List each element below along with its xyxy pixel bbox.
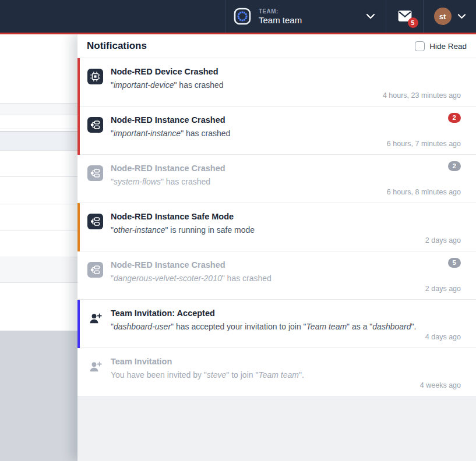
notification-content: Team Invitation: Accepted "dashboard-use… [111,307,416,347]
instance-icon [87,165,103,181]
instance-icon [87,262,103,278]
notification-accent-bar [77,107,80,155]
notification-timestamp: 4 weeks ago [420,381,461,389]
notifications-drawer-header: Notifications Hide Read [77,34,476,58]
page-title: Notifications [87,40,147,52]
notification-accent-bar [77,155,80,203]
instance-icon [87,214,103,229]
notification-list: Node-RED Device Crashed "important-devic… [77,58,476,396]
notification-content: Node-RED Instance Safe Mode "other-insta… [111,211,255,251]
unread-count-badge: 5 [408,17,418,28]
notification-message: "important-device" has crashed [111,80,224,91]
notifications-button[interactable]: 5 [386,0,423,33]
team-text: TEAM: Team team [259,8,302,25]
notification-accent-bar [77,203,80,251]
hide-read-label: Hide Read [429,42,467,51]
header-spacer [0,0,225,33]
chevron-down-icon [457,13,466,19]
instance-icon [87,117,103,133]
notification-timestamp: 2 days ago [425,285,461,293]
team-switcher[interactable]: TEAM: Team team [225,0,386,33]
notification-title: Team Invitation: Accepted [111,308,416,319]
notification-timestamp: 6 hours, 8 minutes ago [387,188,461,196]
hide-read-toggle[interactable]: Hide Read [415,41,467,51]
notification-item[interactable]: Node-RED Instance Crashed "dangerous-vel… [77,251,476,300]
team-label: TEAM: [259,8,302,15]
notification-count-badge: 5 [448,258,461,268]
notification-count-badge: 2 [448,161,461,171]
notification-count-badge: 2 [448,113,461,123]
notification-item[interactable]: Node-RED Instance Safe Mode "other-insta… [77,203,476,251]
notification-item[interactable]: Node-RED Instance Crashed "system-flows"… [77,155,476,203]
device-icon [87,69,103,84]
notification-accent-bar [77,348,80,396]
header-accent-line [0,33,476,34]
hide-read-checkbox[interactable] [415,41,425,51]
notification-accent-bar [77,58,80,107]
envelope-icon: 5 [397,10,412,23]
notification-message: "dangerous-velvet-scoter-2010" has crash… [111,273,272,284]
notification-title: Team Invitation [111,356,304,367]
team-name: Team team [259,15,302,25]
notification-content: Node-RED Instance Crashed "important-ins… [111,114,230,154]
notification-timestamp: 4 hours, 23 minutes ago [383,91,461,100]
user-add-icon [87,310,103,326]
notification-item[interactable]: Team Invitation: Accepted "dashboard-use… [77,300,476,348]
notification-message: "important-instance" has crashed [111,128,230,139]
notification-content: Node-RED Instance Crashed "system-flows"… [111,162,225,203]
avatar: st [434,8,452,25]
team-identicon-icon [234,8,251,25]
notification-title: Node-RED Device Crashed [111,66,224,77]
notification-accent-bar [77,251,80,300]
app-screen: TEAM: Team team 5 st [0,0,476,461]
notification-accent-bar [77,300,80,348]
notification-content: Node-RED Instance Crashed "dangerous-vel… [111,259,272,299]
notification-content: Team Invitation You have been invited by… [111,356,304,396]
notification-item[interactable]: Node-RED Device Crashed "important-devic… [77,58,476,107]
notification-item[interactable]: Team Invitation You have been invited by… [77,348,476,396]
drawer-empty-area [77,396,476,461]
top-header-bar: TEAM: Team team 5 st [0,0,476,33]
notification-title: Node-RED Instance Crashed [111,260,272,271]
notification-timestamp: 6 hours, 7 minutes ago [387,140,461,148]
notification-title: Node-RED Instance Safe Mode [111,211,255,222]
notification-message: "dashboard-user" has accepted your invit… [111,321,416,332]
user-add-icon [87,359,103,374]
notification-content: Node-RED Device Crashed "important-devic… [111,66,224,106]
notification-message: "system-flows" has crashed [111,176,225,187]
notification-title: Node-RED Instance Crashed [111,115,230,126]
chevron-down-icon [366,13,375,19]
notification-message: "other-instance" is running in safe mode [111,225,255,236]
notification-item[interactable]: Node-RED Instance Crashed "important-ins… [77,107,476,155]
notifications-drawer: Notifications Hide Read Node-RED Device … [77,34,476,461]
notification-title: Node-RED Instance Crashed [111,163,225,174]
notification-timestamp: 4 days ago [425,333,461,341]
user-menu[interactable]: st [423,0,476,33]
notification-timestamp: 2 days ago [425,236,461,244]
notification-message: You have been invited by "steve" to join… [111,370,304,381]
